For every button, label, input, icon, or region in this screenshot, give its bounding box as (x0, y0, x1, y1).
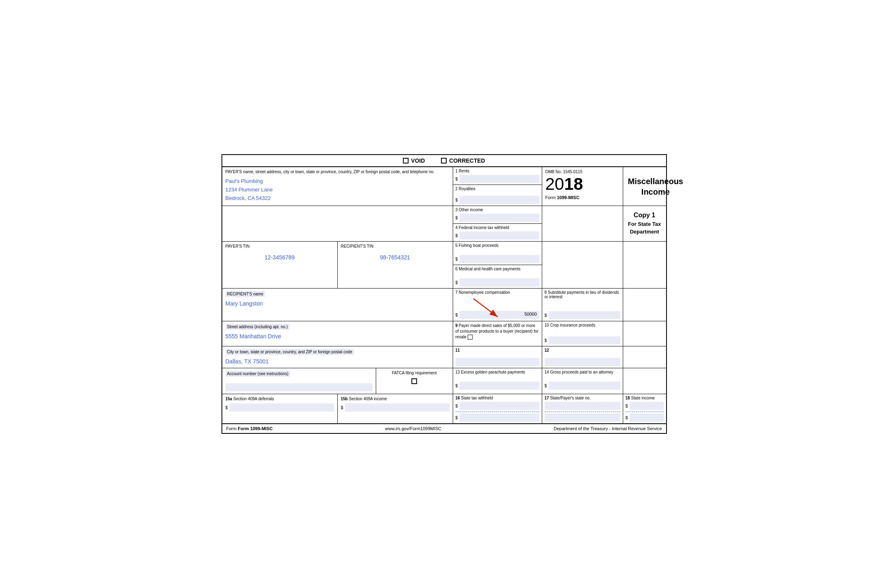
copy-section: Copy 1 For State Tax Department (623, 206, 666, 241)
top-header: VOID CORRECTED (222, 155, 666, 167)
payer-name: Paul's Plumbing (226, 177, 449, 186)
void-checkbox[interactable] (403, 158, 409, 163)
box11-label: 11 (456, 348, 539, 352)
box2-label: 2 Royalties (456, 187, 539, 191)
box7-value[interactable]: 50000 (460, 311, 539, 319)
void-checkbox-item[interactable]: VOID (403, 157, 425, 164)
box3-value[interactable] (460, 214, 539, 222)
box15b-value[interactable] (345, 403, 449, 412)
box-10-cell: 10 Crop insurance proceeds $ (542, 321, 623, 346)
year-suffix: 18 (564, 174, 583, 193)
row6-empty (623, 346, 666, 368)
box5-label: 5 Fishing boat proceeds (456, 243, 539, 248)
box18-value-1[interactable] (630, 402, 664, 410)
box16-value-2[interactable] (460, 414, 539, 422)
form-footer: Form Form 1099-MISC www.irs.gov/Form1099… (222, 424, 666, 433)
row-8: 15a Section 409A deferrals $ 15b Section… (222, 394, 666, 424)
row3-empty (542, 242, 623, 288)
payer-cont (222, 206, 453, 241)
recipient-tin-value: 98-7654321 (341, 254, 449, 261)
box4-label: 4 Federal income tax withheld (456, 225, 539, 230)
recipient-name-value: Mary Langston (226, 300, 449, 307)
recipient-tin-cell: RECIPIENT'S TIN 98-7654321 (338, 242, 453, 288)
box16-label: 16 State tax withheld (456, 396, 539, 400)
box-2: 2 Royalties $ (453, 185, 542, 206)
account-value[interactable] (226, 383, 373, 391)
footer-website: www.irs.gov/Form1099MISC (385, 426, 441, 431)
account-cell: Account number (see instructions) (222, 368, 376, 394)
year-prefix: 20 (545, 174, 564, 193)
box14-value[interactable] (549, 382, 620, 390)
box1-value[interactable] (460, 175, 539, 183)
copy-title: Copy 1 (634, 212, 655, 219)
copy-subtitle: For State Tax Department (627, 221, 662, 235)
box11-value[interactable] (456, 358, 539, 366)
payer-value: Paul's Plumbing 1234 Plummer Lane Bedroc… (226, 177, 449, 202)
year-display: 2018 (545, 176, 583, 193)
box1-label: 1 Rents (456, 169, 539, 173)
payer-info: PAYER'S name, street address, city or to… (222, 167, 453, 206)
fatca-cell: FATCA filing requirement (376, 368, 453, 394)
box2-value[interactable] (460, 196, 539, 204)
box13-value[interactable] (460, 382, 539, 390)
boxes-3-4: 3 Other income $ 4 Federal income tax wi… (453, 206, 542, 241)
box1-dollar: $ (456, 176, 458, 181)
city-state-cell: City or town, state or province, country… (222, 346, 453, 368)
recipient-tin-label: RECIPIENT'S TIN (341, 244, 449, 248)
footer-dept: Department of the Treasury - Internal Re… (554, 426, 662, 431)
box6-label: 6 Medical and health care payments (456, 267, 539, 271)
fatca-label: FATCA filing requirement (392, 371, 437, 375)
box-7-cell: 7 Nonemployee compensation $ 50000 (453, 289, 542, 321)
box-16-cell: 16 State tax withheld $ $ (453, 394, 542, 423)
box7-label: 7 Nonemployee compensation (456, 290, 539, 295)
street-value: 5555 Manhattan Drive (226, 333, 449, 340)
street-address-cell: Street address (including apt. no.) 5555… (222, 321, 453, 346)
box9-checkbox[interactable] (468, 335, 473, 340)
street-label: Street address (including apt. no.) (226, 324, 290, 330)
box15a-label: 15a Section 409A deferrals (226, 397, 334, 401)
box16-value-1[interactable] (460, 402, 539, 410)
box6-value[interactable] (460, 278, 539, 287)
box17-value-2[interactable] (545, 414, 620, 422)
corrected-checkbox[interactable] (441, 158, 447, 163)
recipient-name-label: RECIPIENT'S name (226, 291, 265, 297)
box4-value[interactable] (460, 231, 539, 240)
box17-label: 17 State/Payer's state no. (545, 396, 620, 400)
row-3: PAYER'S TIN 12-3456789 RECIPIENT'S TIN 9… (222, 242, 666, 289)
omb-number: OMB No. 1545-0115 (545, 170, 583, 174)
form-title: Miscellaneous Income (628, 176, 684, 197)
box13-label: 13 Excess golden parachute payments (456, 370, 539, 374)
box8-label: 8 Substitute payments in lieu of dividen… (545, 290, 620, 299)
payer-address: 1234 Plummer Lane (226, 186, 449, 194)
omb-section: OMB No. 1545-0115 2018 Form 1099-MISC (542, 167, 623, 206)
box-13-cell: 13 Excess golden parachute payments $ (453, 368, 542, 394)
form-title-section: Miscellaneous Income (623, 167, 688, 206)
box17-value[interactable] (545, 402, 620, 410)
box-15a-cell: 15a Section 409A deferrals $ (222, 394, 338, 423)
void-label: VOID (411, 157, 425, 164)
box-11-cell: 11 (453, 346, 542, 368)
corrected-checkbox-item[interactable]: CORRECTED (441, 157, 485, 164)
corrected-label: CORRECTED (449, 157, 485, 164)
box12-value[interactable] (545, 358, 620, 366)
box15b-label: 15b Section 409A income (341, 397, 449, 401)
form-1099-misc: VOID CORRECTED PAYER'S name, street addr… (221, 154, 667, 434)
fatca-checkbox[interactable] (411, 378, 417, 384)
box-9-cell: 9 Payer made direct sales of $5,000 or m… (453, 321, 542, 346)
box-14-cell: 14 Gross proceeds paid to an attorney $ (542, 368, 623, 394)
box10-label: 10 Crop insurance proceeds (545, 323, 620, 327)
box5-value[interactable] (460, 255, 539, 263)
box8-value[interactable] (549, 311, 620, 319)
box18-value-2[interactable] (630, 414, 664, 422)
box15a-value[interactable] (230, 403, 334, 412)
box-4: 4 Federal income tax withheld $ (453, 224, 542, 241)
account-label: Account number (see instructions) (226, 371, 290, 377)
box18-label: 18 State income (626, 396, 664, 400)
row-7: Account number (see instructions) FATCA … (222, 368, 666, 394)
payer-tin-label: PAYER'S TIN (226, 244, 334, 248)
box-1: 1 Rents $ (453, 167, 542, 185)
payer-tin-cell: PAYER'S TIN 12-3456789 (222, 242, 338, 288)
recipient-name-cell: RECIPIENT'S name Mary Langston (222, 289, 453, 321)
box10-value[interactable] (549, 336, 620, 344)
row7-empty (623, 368, 666, 394)
